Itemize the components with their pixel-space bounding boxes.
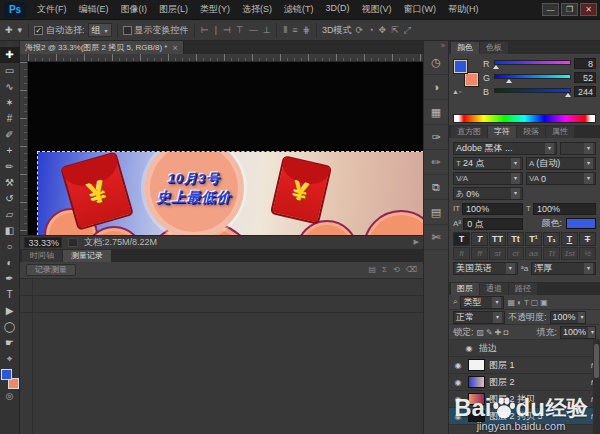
visibility-eye-icon[interactable]: ◉ xyxy=(452,412,464,421)
layers-scrollbar[interactable] xyxy=(593,340,600,434)
visibility-eye-icon[interactable]: ◉ xyxy=(452,361,464,370)
panel-tab[interactable]: 色板 xyxy=(480,42,508,54)
language-dropdown[interactable]: 美国英语 ▾ xyxy=(453,262,518,275)
leading-dropdown[interactable]: A (自动) ▾ xyxy=(526,157,596,170)
layer-effect-row[interactable]: ◉ 描边 xyxy=(449,340,600,357)
fill-dropdown[interactable]: 100% ▾ xyxy=(560,326,596,339)
horizontal-ruler[interactable] xyxy=(28,54,423,62)
export-measurements-icon[interactable]: ▤ xyxy=(368,265,376,274)
brush-presets-panel-icon[interactable]: ✏ xyxy=(424,150,448,175)
zoom-tool[interactable]: ⌖ xyxy=(0,351,20,367)
channel-value-field[interactable]: 244 xyxy=(574,86,596,97)
channel-value-field[interactable]: 52 xyxy=(574,72,596,83)
pen-tool[interactable]: ✒ xyxy=(0,271,20,287)
small-caps[interactable]: Tt xyxy=(507,232,524,246)
font-style-dropdown[interactable]: ▾ xyxy=(560,142,596,155)
lock-transparency-icon[interactable]: ▨ xyxy=(477,328,485,337)
text-color-swatch[interactable] xyxy=(566,218,596,229)
move-tool[interactable]: ✚ xyxy=(0,47,20,63)
canvas[interactable]: 10月3号 史上最低价 ¥ ¥ xyxy=(28,62,423,235)
opentype-feature-button[interactable]: 1st xyxy=(561,247,578,260)
panel-tab[interactable]: 属性 xyxy=(546,126,574,138)
visibility-eye-icon[interactable]: ◉ xyxy=(463,344,475,353)
underline[interactable]: T xyxy=(561,232,578,246)
slider-handle-icon[interactable] xyxy=(565,93,571,97)
quick-mask-icon[interactable]: ◎ xyxy=(6,391,14,401)
channel-value-field[interactable]: 8 xyxy=(574,58,596,69)
panel-tab[interactable]: 直方图 xyxy=(451,126,487,138)
3d-rotate[interactable]: ⟳ xyxy=(355,25,365,36)
auto-select-dropdown[interactable]: 组 ▾ xyxy=(88,23,112,37)
align-horizontal-centers[interactable]: ∣ xyxy=(212,25,219,35)
banner-artwork[interactable]: 10月3号 史上最低价 ¥ ¥ xyxy=(38,152,423,235)
menu-item[interactable]: 编辑(E) xyxy=(74,1,114,18)
layer-thumbnail[interactable] xyxy=(468,359,485,371)
brush-tool[interactable]: ✏ xyxy=(0,159,20,175)
layer-filter-dropdown[interactable]: 类型 ▾ xyxy=(460,296,504,309)
slider-track[interactable] xyxy=(494,88,571,93)
menu-item[interactable]: 图像(I) xyxy=(116,1,153,18)
history-panel-icon[interactable]: ◷ xyxy=(424,50,448,75)
anti-alias-dropdown[interactable]: 浑厚 ▾ xyxy=(531,262,596,275)
hand-tool[interactable]: ☛ xyxy=(0,335,20,351)
filter-shape-layers[interactable]: ▢ xyxy=(531,298,539,307)
panel-tab[interactable]: 路径 xyxy=(509,283,537,295)
opentype-feature-button[interactable]: ½ xyxy=(579,247,596,260)
align-right-edges[interactable]: ⊣ xyxy=(222,25,232,35)
lock-all-icon[interactable]: ◘ xyxy=(503,328,508,337)
align-vertical-centers[interactable]: — xyxy=(248,25,259,35)
record-measurements-button[interactable]: 记录测量 xyxy=(26,264,76,276)
layer-thumbnail[interactable] xyxy=(468,376,485,388)
lasso-tool[interactable]: ∿ xyxy=(0,79,20,95)
menu-item[interactable]: 帮助(H) xyxy=(443,1,484,18)
menu-item[interactable]: 窗口(W) xyxy=(399,1,442,18)
gradient-tool[interactable]: ◧ xyxy=(0,223,20,239)
dodge-tool[interactable]: ◐ xyxy=(0,255,20,271)
background-color-swatch[interactable] xyxy=(465,73,478,86)
healing-brush-tool[interactable]: + xyxy=(0,143,20,159)
font-size-dropdown[interactable]: T 24 点 ▾ xyxy=(453,157,523,170)
zoom-level-field[interactable]: 33.33% xyxy=(24,237,62,248)
brush-panel-icon[interactable]: ✑ xyxy=(424,125,448,150)
lock-paint-icon[interactable]: ✎ xyxy=(486,328,493,337)
layer-row[interactable]: ◉ 图层 2 拷贝 fx xyxy=(449,391,600,408)
opentype-feature-button[interactable]: fi xyxy=(453,247,470,260)
scrollbar-thumb[interactable] xyxy=(594,344,599,378)
distribute-spacing[interactable]: ⋕ xyxy=(302,25,312,36)
align-bottom-edges[interactable]: ⊥ xyxy=(262,25,272,35)
opentype-feature-button[interactable]: ff xyxy=(471,247,488,260)
faux-italic[interactable]: T xyxy=(471,232,488,246)
visibility-eye-icon[interactable]: ◉ xyxy=(452,378,464,387)
panel-tab[interactable]: 段落 xyxy=(517,126,545,138)
path-selection-tool[interactable]: ▶ xyxy=(0,303,20,319)
horizontal-scale-field[interactable]: 100% xyxy=(533,203,596,215)
clone-stamp-tool[interactable]: ⚒ xyxy=(0,175,20,191)
type-tool[interactable]: T xyxy=(0,287,20,303)
ruler-corner[interactable] xyxy=(20,54,28,62)
minimize-button[interactable]: — xyxy=(542,3,559,16)
status-popup-chip[interactable] xyxy=(68,238,78,247)
distribute-horizontal[interactable]: ≡ xyxy=(291,25,298,36)
menu-item[interactable]: 滤镜(T) xyxy=(279,1,319,18)
eyedropper-tool[interactable]: ✐ xyxy=(0,127,20,143)
menu-item[interactable]: 3D(D) xyxy=(321,1,355,18)
3d-roll[interactable]: ◔ xyxy=(367,25,374,36)
tool-preset-dropdown-icon[interactable]: ▾ xyxy=(17,25,24,35)
slider-track[interactable] xyxy=(494,60,571,65)
status-arrow-icon[interactable]: ▶ xyxy=(414,238,419,246)
3d-scale[interactable]: ⤢ xyxy=(403,25,412,36)
foreground-color-swatch[interactable] xyxy=(1,369,12,380)
eraser-tool[interactable]: ▱ xyxy=(0,207,20,223)
close-button[interactable]: ✕ xyxy=(580,3,597,16)
bottom-panel-tab[interactable]: 测量记录 xyxy=(63,250,111,262)
blur-tool[interactable]: ○ xyxy=(0,239,20,255)
crop-tool[interactable]: # xyxy=(0,111,20,127)
opentype-feature-button[interactable]: st xyxy=(489,247,506,260)
panel-tab[interactable]: 图层 xyxy=(451,283,479,295)
menu-item[interactable]: 选择(S) xyxy=(237,1,277,18)
vertical-ruler[interactable] xyxy=(20,62,28,235)
collapse-panels-icon[interactable]: » xyxy=(424,41,448,50)
faux-bold[interactable]: T xyxy=(453,232,470,246)
blend-mode-dropdown[interactable]: 正常 ▾ xyxy=(453,311,505,324)
delete-icon[interactable]: ⌫ xyxy=(406,265,417,274)
